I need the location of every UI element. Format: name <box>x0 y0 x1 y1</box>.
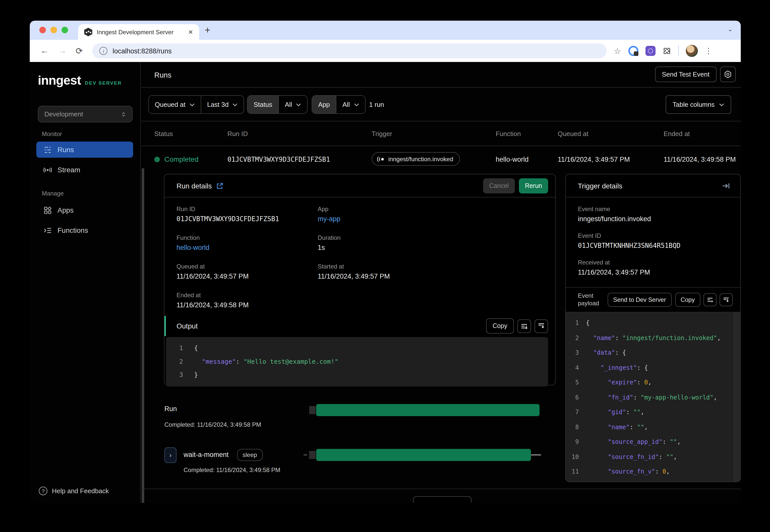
trigger-details-header: Trigger details <box>566 174 740 197</box>
external-link-icon[interactable] <box>216 182 224 189</box>
expand-step-button[interactable]: › <box>164 447 176 463</box>
output-copy-button[interactable]: Copy <box>486 318 514 334</box>
rerun-button[interactable]: Rerun <box>519 178 548 193</box>
settings-gear-button[interactable] <box>720 67 736 82</box>
event-payload-code-block[interactable]: 1{2 "name": "inngest/function.invoked",3… <box>566 312 740 482</box>
table-header: Status Run ID Trigger Function Queued at… <box>141 121 741 146</box>
status-text: Completed <box>164 155 199 163</box>
close-window-button[interactable] <box>39 27 46 33</box>
bookmark-star-icon[interactable]: ☆ <box>614 46 621 56</box>
send-to-dev-server-button[interactable]: Send to Dev Server <box>608 293 672 307</box>
field-received-at: Received at 11/16/2024, 3:49:57 PM <box>578 259 728 276</box>
password-manager-extension-icon[interactable] <box>628 46 638 56</box>
browser-tab[interactable]: Inngest Development Server ✕ <box>78 24 199 40</box>
dev-server-badge: DEV SERVER <box>85 80 122 86</box>
extensions-puzzle-icon[interactable] <box>662 47 671 55</box>
sidebar-item-stream[interactable]: Stream <box>36 162 133 178</box>
run-count: 1 run <box>369 101 384 108</box>
gear-icon <box>724 70 732 79</box>
run-timeline-bar[interactable] <box>316 404 539 416</box>
run-details-fields: Run ID 01JCVBTMV3WXY9D3CFDEJFZSB1 App my… <box>164 197 555 309</box>
code-line: 3 "data": { <box>566 346 740 360</box>
payload-scroll-bottom-button[interactable] <box>719 293 732 306</box>
tab-close-icon[interactable]: ✕ <box>186 28 195 36</box>
ended-at-cell: 11/16/2024, 3:49:58 PM <box>664 156 736 163</box>
time-field-dropdown[interactable]: Queued at <box>149 96 201 113</box>
maximize-window-button[interactable] <box>61 27 68 33</box>
purple-extension-icon[interactable] <box>645 46 655 56</box>
browser-menu-icon[interactable]: ⋮ <box>705 46 712 55</box>
status-filter-group: Status All <box>247 95 308 114</box>
workspace-label: Development <box>44 110 121 118</box>
inngest-favicon-icon <box>84 28 92 36</box>
run-details-panel: Run details Cancel Rerun Run ID 01JCVBTM… <box>164 174 556 385</box>
send-test-event-button[interactable]: Send Test Event <box>655 67 717 82</box>
browser-toolbar: ← → ⟳ i localhost:8288/runs ☆ ⋮ <box>30 40 741 62</box>
status-completed-dot-icon <box>154 156 160 162</box>
forward-button[interactable]: → <box>58 46 67 56</box>
code-line: 2 "name": "inngest/function.invoked", <box>566 331 740 346</box>
chevron-right-icon: › <box>169 451 172 459</box>
field-event-id: Event ID 01JCVBTMTKNHNHZ3SN64R51BQD <box>578 232 728 249</box>
run-details-header: Run details Cancel Rerun <box>164 174 555 197</box>
pagination-button-cutoff[interactable] <box>413 496 471 503</box>
code-line: 1{ <box>566 316 740 331</box>
sidebar-item-apps[interactable]: Apps <box>36 202 133 218</box>
event-payload-label: Event payload <box>578 292 604 307</box>
status-filter-dropdown[interactable]: All <box>278 96 307 113</box>
table-columns-label: Table columns <box>673 101 715 108</box>
chevron-down-icon <box>233 102 238 107</box>
sidebar-item-runs[interactable]: Runs <box>36 142 133 158</box>
column-queued-at: Queued at <box>558 130 588 138</box>
payload-copy-button[interactable]: Copy <box>675 293 700 307</box>
function-link[interactable]: hello-world <box>176 244 318 251</box>
payload-word-wrap-button[interactable] <box>703 293 716 306</box>
word-wrap-button[interactable] <box>517 319 531 333</box>
code-line: 10 "source_fn_id": "", <box>566 450 740 464</box>
trigger-badge[interactable]: inngest/function.invoked <box>372 152 460 166</box>
app-filter-label: App <box>312 96 336 113</box>
column-function: Function <box>496 130 521 138</box>
profile-avatar[interactable] <box>686 45 698 57</box>
step-name: wait-a-moment <box>183 451 229 458</box>
time-range-dropdown[interactable]: Last 3d <box>201 96 244 113</box>
scroll-to-bottom-button[interactable] <box>534 319 548 333</box>
event-pulse-icon <box>377 156 385 162</box>
time-filter-group: Queued at Last 3d <box>148 95 244 114</box>
field-queued-at: Queued at 11/16/2024, 3:49:57 PM <box>176 263 318 280</box>
word-wrap-icon <box>707 297 713 302</box>
code-line: 11 "source_fn_v": 0, <box>566 464 740 479</box>
window-controls[interactable] <box>39 27 68 33</box>
tab-search-chevron-icon[interactable]: ⌄ <box>728 26 733 33</box>
payload-scrollbar-gutter[interactable] <box>734 312 740 482</box>
new-tab-button[interactable]: + <box>205 25 210 36</box>
tab-title: Inngest Development Server <box>97 28 186 36</box>
workspace-select[interactable]: Development <box>38 106 133 122</box>
url-bar[interactable]: i localhost:8288/runs <box>92 43 607 58</box>
run-id-cell: 01JCVBTMV3WXY9D3CFDEJFZSB1 <box>228 156 330 163</box>
field-function: Function hello-world <box>176 234 318 251</box>
step-timeline-bar[interactable] <box>316 449 531 461</box>
timeline-run-label: Run <box>164 405 177 413</box>
site-info-icon[interactable]: i <box>100 47 108 55</box>
collapse-panel-icon[interactable] <box>722 182 730 189</box>
sidebar-item-functions[interactable]: Functions <box>36 222 133 238</box>
page-header: Runs Send Test Event <box>141 62 741 88</box>
back-button[interactable]: ← <box>40 46 49 56</box>
reload-button[interactable]: ⟳ <box>76 46 83 56</box>
cancel-button[interactable]: Cancel <box>483 178 515 193</box>
minimize-window-button[interactable] <box>50 27 57 33</box>
output-code-block[interactable]: 1{2 "message": "Hello test@example.com!"… <box>166 337 548 386</box>
sidebar-item-label: Stream <box>57 166 80 174</box>
vertical-scrollbar[interactable] <box>142 168 144 503</box>
field-run-id: Run ID 01JCVBTMV3WXY9D3CFDEJFZSB1 <box>176 206 318 223</box>
help-and-feedback[interactable]: ? Help and Feedback <box>39 487 109 495</box>
app-link[interactable]: my-app <box>318 215 543 223</box>
apps-grid-icon <box>43 206 52 214</box>
app-filter-dropdown[interactable]: All <box>336 96 365 113</box>
trigger-fields: Event name inngest/function.invoked Even… <box>566 197 740 286</box>
table-columns-button[interactable]: Table columns <box>666 95 731 114</box>
chevron-down-icon <box>719 102 724 107</box>
status-filter-value: All <box>285 101 292 108</box>
table-row[interactable]: Completed 01JCVBTMV3WXY9D3CFDEJFZSB1 inn… <box>141 146 741 174</box>
